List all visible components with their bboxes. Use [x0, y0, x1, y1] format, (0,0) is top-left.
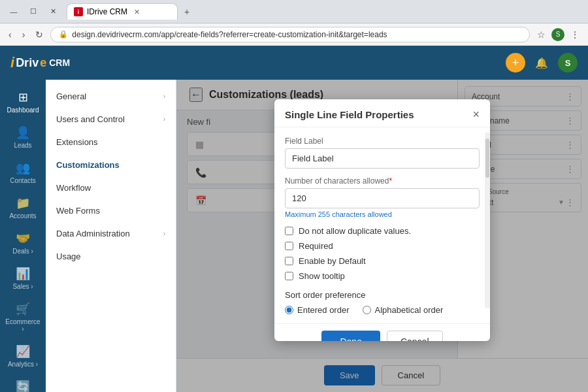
window-controls[interactable]: — ☐ ✕: [5, 5, 61, 18]
tab-title: IDrive CRM: [87, 7, 127, 16]
nav-item-data-admin[interactable]: Data Administration ›: [46, 222, 176, 245]
char-limit-input[interactable]: [285, 188, 480, 208]
done-button[interactable]: Done: [321, 331, 380, 341]
field-label-label: Field Label: [285, 137, 480, 146]
bookmark-btn[interactable]: ☆: [534, 27, 549, 42]
radio-alphabetical-order[interactable]: Alphabetical order: [363, 305, 444, 315]
notifications-btn[interactable]: 🔔: [532, 53, 551, 73]
new-tab-btn[interactable]: +: [179, 4, 195, 20]
nav-label-usage: Usage: [56, 252, 81, 261]
sidebar-label-leads: Leads: [14, 142, 31, 149]
entered-order-radio[interactable]: [285, 306, 293, 314]
radio-entered-order[interactable]: Entered order: [285, 305, 350, 315]
sidebar-label-ecommerce: Ecommerce ›: [5, 318, 41, 333]
dialog-footer: Done Cancel: [274, 323, 490, 341]
checkbox-show-tooltip[interactable]: Show tooltip: [285, 271, 480, 281]
content-area: ← Customizations (leads) New fi ▦ ⋮: [176, 80, 588, 392]
chevron-right-icon: ›: [163, 93, 165, 100]
nav-item-general[interactable]: General ›: [46, 85, 176, 108]
dialog: Single Line Field Properties × Field Lab…: [274, 99, 490, 341]
sidebar-label-analytics: Analytics ›: [8, 361, 38, 368]
accounts-icon: 📁: [16, 196, 30, 210]
required-checkbox[interactable]: [285, 242, 293, 250]
profile-btn[interactable]: S: [551, 28, 564, 41]
checkbox-no-duplicate[interactable]: Do not allow duplicate values.: [285, 226, 480, 236]
dashboard-icon: ⊞: [18, 90, 28, 105]
back-nav-btn[interactable]: ‹: [5, 27, 15, 42]
sidebar-label-deals: Deals ›: [12, 248, 33, 255]
logo-drive: Driv: [16, 56, 39, 70]
logo-e: e: [40, 56, 46, 70]
add-btn[interactable]: +: [506, 53, 525, 73]
user-avatar[interactable]: S: [558, 53, 578, 73]
field-label-input[interactable]: [285, 148, 480, 169]
sidebar-label-accounts: Accounts: [9, 212, 36, 220]
leads-icon: 👤: [16, 125, 30, 140]
nav-item-usage[interactable]: Usage: [46, 245, 176, 268]
nav-item-workflow[interactable]: Workflow: [46, 176, 176, 199]
sidebar-label-sales: Sales ›: [12, 283, 33, 290]
show-tooltip-checkbox[interactable]: [285, 272, 293, 280]
sidebar-label-dashboard: Dashboard: [7, 106, 39, 114]
app-logo: i Driv e CRM: [10, 54, 70, 71]
dialog-close-btn[interactable]: ×: [472, 108, 480, 120]
sidebar-label-contacts: Contacts: [10, 177, 35, 184]
checkbox-required[interactable]: Required: [285, 241, 480, 251]
nav-item-users-control[interactable]: Users and Control ›: [46, 108, 176, 131]
nav-item-extensions[interactable]: Extensions: [46, 131, 176, 154]
checkbox-enable-default[interactable]: Enable by Default: [285, 256, 480, 266]
cancel-button[interactable]: Cancel: [387, 331, 443, 341]
scroll-thumb: [485, 139, 489, 178]
active-browser-tab[interactable]: i IDrive CRM ✕: [67, 3, 178, 20]
sidebar-item-dashboard[interactable]: ⊞ Dashboard: [3, 85, 43, 119]
enable-default-label: Enable by Default: [299, 256, 366, 266]
sidebar-item-sales[interactable]: 📊 Sales ›: [3, 261, 43, 295]
window-close-btn[interactable]: ✕: [44, 5, 61, 18]
browser-chrome: — ☐ ✕ i IDrive CRM ✕ +: [0, 0, 588, 24]
enable-default-checkbox[interactable]: [285, 257, 293, 265]
ecommerce-icon: 🛒: [16, 302, 30, 316]
nav-item-customizations[interactable]: Customizations: [46, 154, 176, 176]
no-duplicate-label: Do not allow duplicate values.: [299, 226, 411, 236]
contacts-icon: 👥: [16, 161, 30, 175]
sidebar-item-ecommerce[interactable]: 🛒 Ecommerce ›: [3, 297, 43, 338]
window-maximize-btn[interactable]: ☐: [25, 5, 42, 18]
sidebar-item-data-migration[interactable]: 🔄 Data Migration: [3, 374, 43, 392]
logo-crm: CRM: [49, 57, 70, 68]
chevron-right-icon: ›: [163, 116, 165, 123]
no-duplicate-checkbox[interactable]: [285, 227, 293, 235]
main-nav: General › Users and Control › Extensions…: [46, 80, 176, 392]
nav-label-data-admin: Data Administration: [56, 229, 130, 238]
reload-btn[interactable]: ↻: [32, 27, 46, 42]
char-limit-label: Number of characters allowed*: [285, 176, 480, 186]
forward-nav-btn[interactable]: ›: [19, 27, 29, 42]
sidebar-item-analytics[interactable]: 📈 Analytics ›: [3, 339, 43, 373]
browser-nav-right: ☆ S ⋮: [534, 27, 583, 42]
nav-item-web-forms[interactable]: Web Forms: [46, 199, 176, 222]
lock-icon: 🔒: [59, 30, 68, 39]
sidebar-item-deals[interactable]: 🤝 Deals ›: [3, 226, 43, 260]
entered-order-label: Entered order: [297, 305, 350, 315]
url-text: design.devidrivecrm.com/app/create-field…: [72, 30, 387, 39]
field-label-group: Field Label: [285, 137, 480, 169]
sidebar-item-contacts[interactable]: 👥 Contacts: [3, 155, 43, 189]
sidebar-item-accounts[interactable]: 📁 Accounts: [3, 191, 43, 225]
alphabetical-order-label: Alphabetical order: [375, 305, 444, 315]
alphabetical-order-radio[interactable]: [363, 306, 371, 314]
menu-btn[interactable]: ⋮: [567, 27, 583, 42]
nav-label-customizations: Customizations: [56, 160, 120, 170]
nav-label-extensions: Extensions: [56, 137, 98, 147]
tab-close-btn[interactable]: ✕: [134, 8, 140, 16]
address-bar[interactable]: 🔒 design.devidrivecrm.com/app/create-fie…: [50, 27, 530, 42]
scroll-indicator: [485, 132, 490, 308]
deals-icon: 🤝: [16, 231, 30, 246]
header-right: + 🔔 S: [506, 53, 578, 73]
required-star: *: [389, 176, 392, 186]
nav-label-web-forms: Web Forms: [56, 206, 100, 216]
window-minimize-btn[interactable]: —: [5, 5, 22, 18]
app-body: ⊞ Dashboard 👤 Leads 👥 Contacts 📁 Account…: [0, 80, 588, 392]
required-label: Required: [299, 241, 333, 251]
sidebar-item-leads[interactable]: 👤 Leads: [3, 120, 43, 154]
char-limit-group: Number of characters allowed* Maximum 25…: [285, 176, 480, 218]
checkbox-group: Do not allow duplicate values. Required …: [285, 226, 480, 281]
